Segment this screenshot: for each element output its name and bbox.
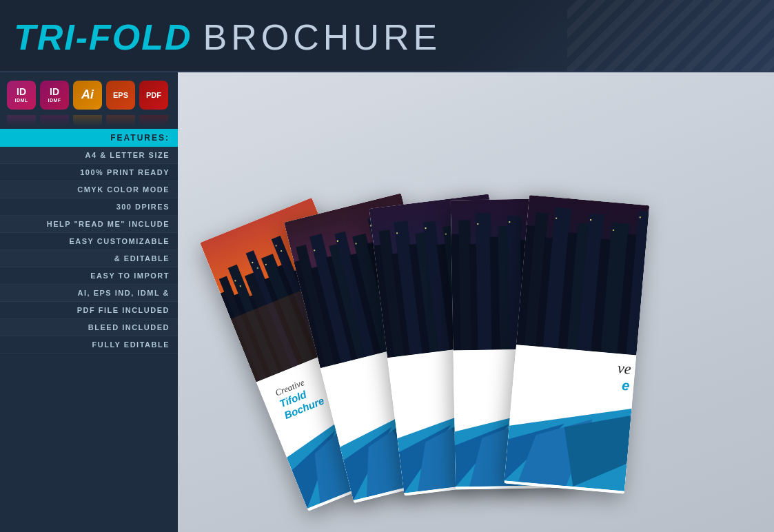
feature-item-7: EASY TO IMPORT — [0, 267, 178, 285]
feature-item-9: PDF FILE INCLUDED — [0, 302, 178, 319]
icon-indesign-idml: ID IDML — [7, 81, 36, 110]
features-header: FEATURES: — [0, 129, 178, 147]
main-layout: ID IDML ID IDMF Ai EPS PDF — [0, 72, 774, 532]
icon-pdf: PDF — [139, 81, 168, 110]
feature-item-4: HELP "READ ME" INCLUDE — [0, 216, 178, 233]
feature-item-2: CMYK COLOR MODE — [0, 181, 178, 198]
title-bold: TRI-FOLD — [14, 17, 192, 58]
feature-item-10: BLEED INCLUDED — [0, 319, 178, 336]
feature-item-11: FULLY EDITABLE — [0, 336, 178, 354]
title-light: BROCHURE — [203, 17, 442, 58]
feature-item-0: A4 & LETTER SIZE — [0, 147, 178, 164]
brochure-5: ve e — [504, 194, 649, 493]
icons-reflection — [0, 115, 178, 129]
header: TRI-FOLD BROCHURE — [0, 0, 774, 72]
feature-item-5: EASY CUSTOMIZABLE — [0, 233, 178, 250]
icon-indesign-idmf: ID IDMF — [40, 81, 69, 110]
feature-item-6: & EDITABLE — [0, 250, 178, 267]
icon-illustrator: Ai — [73, 81, 102, 110]
brochures-mockup: Creative TifoldBochure — [290, 116, 690, 502]
features-list: A4 & LETTER SIZE100% PRINT READYCMYK COL… — [0, 147, 178, 354]
feature-item-1: 100% PRINT READY — [0, 164, 178, 181]
sidebar: ID IDML ID IDMF Ai EPS PDF — [0, 72, 178, 532]
feature-item-3: 300 DPIRES — [0, 198, 178, 216]
svg-rect-81 — [476, 212, 493, 350]
feature-item-8: AI, EPS IND, IDML & — [0, 285, 178, 302]
preview-area: Creative TifoldBochure — [178, 72, 774, 532]
app-icons-row: ID IDML ID IDMF Ai EPS PDF — [0, 72, 178, 115]
icon-eps: EPS — [106, 81, 135, 110]
